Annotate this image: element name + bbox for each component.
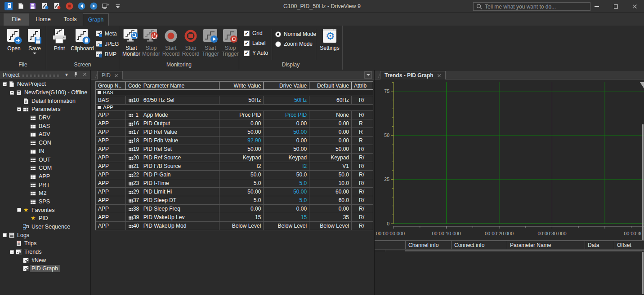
new-file-icon[interactable] — [17, 2, 25, 10]
label-checkbox[interactable]: Label — [244, 40, 265, 47]
label-checkbox-box[interactable] — [244, 40, 250, 46]
param-row-app-38[interactable]: APP38PID Sleep Freq0.000.000.00R/ — [96, 205, 373, 213]
default-value-cell[interactable]: 0.00 — [309, 119, 352, 128]
tree-item-adv[interactable]: ADV — [0, 130, 90, 139]
drive-value-cell[interactable]: 50.00 — [264, 128, 309, 136]
default-value-cell[interactable]: 10.0 — [309, 179, 352, 187]
param-code-cell[interactable]: 40 — [126, 222, 141, 230]
write-value-cell[interactable]: Proc PID — [219, 111, 264, 119]
param-code-cell[interactable]: 19 — [126, 145, 141, 153]
tree-item-app[interactable]: APP — [0, 172, 90, 181]
normal-mode-radio[interactable]: Normal Mode — [275, 31, 316, 38]
param-name-cell[interactable]: PID Ref Value — [141, 128, 219, 136]
param-group-cell[interactable]: APP — [96, 205, 126, 213]
attrib-cell[interactable]: R/ — [352, 188, 373, 196]
param-group-cell[interactable]: APP — [96, 162, 126, 170]
param-name-cell[interactable]: PID Ref Set — [141, 145, 219, 153]
param-group-cell[interactable]: APP — [96, 213, 126, 221]
param-group-cell[interactable]: APP — [96, 154, 126, 162]
write-value-cell[interactable]: 15 — [219, 213, 264, 221]
default-value-cell[interactable]: Below Level — [309, 222, 352, 230]
y-auto-checkbox[interactable]: Y Auto — [244, 49, 268, 57]
write-value-cell[interactable]: I2 — [219, 162, 264, 170]
maximize-button[interactable] — [606, 0, 625, 13]
save-icon[interactable] — [29, 2, 37, 10]
param-code-cell[interactable]: 1 — [126, 111, 141, 119]
stop-record-button[interactable]: Stop Record — [181, 28, 201, 57]
param-group-cell[interactable]: APP — [96, 222, 126, 230]
default-value-cell[interactable]: V1 — [309, 162, 352, 170]
stop-record-quick-icon[interactable] — [65, 2, 73, 10]
default-value-cell[interactable]: 0.00 — [309, 128, 352, 136]
stop-trigger-button[interactable]: Stop Trigger — [220, 28, 240, 57]
param-row-app-37[interactable]: APP37PID Sleep DT5.05.060.0R/ — [96, 196, 373, 205]
attrib-cell[interactable]: R/ — [352, 111, 373, 119]
tree-item-user-sequence[interactable]: User Sequence — [0, 223, 90, 231]
tree-item-parameters[interactable]: Parameters — [0, 105, 90, 114]
attrib-cell[interactable]: R — [352, 136, 373, 145]
group-collapse-icon[interactable] — [98, 106, 101, 109]
param-code-cell[interactable]: 38 — [126, 205, 141, 213]
tab-home[interactable]: Home — [29, 13, 58, 26]
param-group-row-bas[interactable]: BAS — [96, 90, 373, 96]
back-icon[interactable] — [77, 2, 85, 10]
drive-value-cell[interactable]: 5.0 — [264, 196, 309, 204]
param-group-cell[interactable]: APP — [96, 179, 126, 187]
param-name-cell[interactable]: PID Sleep Freq — [141, 205, 219, 213]
default-value-cell[interactable]: 60.00 — [309, 188, 352, 196]
write-value-cell[interactable]: Below Level — [219, 222, 264, 230]
tree-item-drv[interactable]: DRV — [0, 114, 90, 122]
settings-button[interactable]: ⚙ Settings — [318, 28, 341, 51]
vertical-scrollbar[interactable] — [642, 124, 644, 294]
tree-item-bas[interactable]: BAS — [0, 122, 90, 130]
write-value-cell[interactable]: 5.0 — [219, 179, 264, 187]
param-row-app-1[interactable]: APP1App ModeProc PIDProc PIDNoneR/ — [96, 111, 373, 119]
attrib-cell[interactable]: R/ — [352, 171, 373, 179]
attrib-cell[interactable]: R/ — [352, 196, 373, 204]
default-value-cell[interactable]: 35 — [309, 213, 352, 221]
param-name-cell[interactable]: PID Ref Source — [141, 154, 219, 162]
param-row-app-29[interactable]: APP29PID Limit Hi50.0050.0060.00R/ — [96, 188, 373, 196]
trends-pid-graph-tab[interactable]: Trends - PID Graph — [380, 71, 446, 79]
tree-item-prt[interactable]: PRT — [0, 181, 90, 189]
pid-tab-close-icon[interactable] — [114, 74, 118, 78]
collapse-icon[interactable] — [16, 107, 22, 111]
tree-item-logs[interactable]: Logs — [0, 231, 90, 239]
default-value-cell[interactable]: 0.00 — [309, 205, 352, 213]
param-code-cell[interactable]: 39 — [126, 213, 141, 221]
param-group-cell[interactable]: APP — [96, 188, 126, 196]
drive-value-cell[interactable]: 15 — [264, 213, 309, 221]
search-box[interactable]: Tell me what you want to do... — [473, 2, 590, 11]
collapse-icon[interactable] — [9, 250, 15, 254]
param-group-cell[interactable]: APP — [96, 128, 126, 136]
default-value-cell[interactable]: 60.0 — [309, 196, 352, 204]
zoom-mode-radio-circle[interactable] — [275, 41, 281, 47]
attrib-cell[interactable]: R/ — [352, 222, 373, 230]
collapse-icon[interactable] — [9, 91, 15, 95]
tree-item-m2[interactable]: M2 — [0, 189, 90, 198]
tree-item-sps[interactable]: SPS — [0, 198, 90, 206]
write-value-cell[interactable]: 0.00 — [219, 119, 264, 128]
drive-value-cell[interactable]: 50.00 — [264, 188, 309, 196]
panel-close-icon[interactable] — [81, 72, 88, 77]
drive-value-cell[interactable]: 50.0 — [264, 171, 309, 179]
attrib-cell[interactable]: R — [352, 128, 373, 136]
default-value-cell[interactable]: 50.0 — [309, 171, 352, 179]
open-button[interactable]: Open — [4, 28, 23, 52]
param-row-bas-10[interactable]: BAS1060/50 Hz Sel50Hz50Hz60HzR/ — [96, 96, 373, 105]
write-value-cell[interactable]: 50.00 — [219, 188, 264, 196]
drive-value-cell[interactable]: 5.0 — [264, 179, 309, 187]
param-group-cell[interactable]: APP — [96, 196, 126, 204]
drive-value-cell[interactable]: 0.00 — [264, 205, 309, 213]
write-value-cell[interactable]: 50.00 — [219, 128, 264, 136]
default-value-cell[interactable]: Keypad — [309, 154, 352, 162]
param-name-cell[interactable]: PID Sleep DT — [141, 196, 219, 204]
default-value-cell[interactable]: 50.00 — [309, 145, 352, 153]
param-row-app-17[interactable]: APP17PID Ref Value50.0050.000.00R — [96, 128, 373, 136]
param-row-app-18[interactable]: APP18PID Fdb Value92.900.000.00R — [96, 136, 373, 145]
tab-tools[interactable]: Tools — [58, 13, 83, 26]
param-name-cell[interactable]: PID WakeUp Mod — [141, 222, 219, 230]
print-button[interactable]: Print — [50, 28, 69, 52]
drive-value-cell[interactable]: 0.00 — [264, 136, 309, 145]
param-row-app-20[interactable]: APP20PID Ref SourceKeypadKeypadKeypadR/ — [96, 154, 373, 162]
